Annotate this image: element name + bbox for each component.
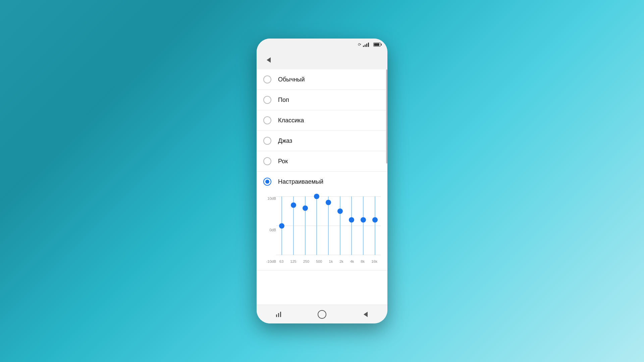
content-area: ОбычныйПопКлассикаДжазРокНастраиваемый 1… <box>257 69 387 305</box>
eq-xlabel-500: 500 <box>316 259 322 263</box>
recent-apps-icon <box>276 312 281 317</box>
radio-label-custom: Настраиваемый <box>278 178 323 185</box>
eq-band-8k[interactable] <box>358 196 369 255</box>
radio-label-normal: Обычный <box>278 76 305 83</box>
eq-dot-8k[interactable] <box>361 217 366 223</box>
eq-xlabel-250: 250 <box>303 259 309 263</box>
eq-dot-16k[interactable] <box>372 217 378 223</box>
home-icon <box>318 310 326 319</box>
radio-item-classic[interactable]: Классика <box>257 110 387 131</box>
toolbar <box>257 51 387 69</box>
eq-band-4k[interactable] <box>346 196 358 255</box>
radio-item-custom[interactable]: Настраиваемый <box>257 172 387 192</box>
eq-x-labels: 631252505001k2k4k8k16k <box>276 259 381 263</box>
radio-label-jazz: Джаз <box>278 137 292 144</box>
battery-icon <box>373 43 381 47</box>
eq-band-125[interactable] <box>288 196 300 255</box>
back-chevron-icon <box>267 57 271 63</box>
device-frame: ⟳ ОбычныйПопКлассикаДжазРокНастраиваемый <box>257 39 387 323</box>
radio-circle-custom <box>263 178 271 186</box>
eq-band-250[interactable] <box>299 196 311 255</box>
eq-xlabel-2k: 2k <box>339 259 343 263</box>
eq-band-2k[interactable] <box>334 196 346 255</box>
eq-bars-container <box>276 196 381 255</box>
radio-dot-custom <box>265 180 269 184</box>
eq-dot-500[interactable] <box>314 194 319 199</box>
radio-circle-classic <box>263 116 271 124</box>
eq-band-16k[interactable] <box>369 196 381 255</box>
eq-bar-line-500 <box>316 196 317 255</box>
recent-apps-button[interactable] <box>268 308 288 321</box>
sync-icon: ⟳ <box>358 42 361 47</box>
back-button[interactable] <box>262 54 274 66</box>
equalizer-section: 10dB 0dB -10dB 631252505001k2k4k8k16k <box>257 192 387 270</box>
eq-xlabel-4k: 4k <box>350 259 354 263</box>
eq-chart: 10dB 0dB -10dB 631252505001k2k4k8k16k <box>263 196 381 263</box>
eq-xlabel-16k: 16k <box>371 259 377 263</box>
eq-band-1k[interactable] <box>323 196 334 255</box>
status-icons: ⟳ <box>358 42 381 47</box>
eq-y-labels: 10dB 0dB -10dB <box>263 196 276 263</box>
eq-bar-line-4k <box>351 196 352 255</box>
eq-xlabel-63: 63 <box>279 259 283 263</box>
eq-bar-line-1k <box>328 196 329 255</box>
radio-item-jazz[interactable]: Джаз <box>257 131 387 151</box>
scroll-indicator <box>386 69 387 164</box>
back-nav-icon <box>364 312 368 317</box>
eq-xlabel-8k: 8k <box>361 259 365 263</box>
eq-xlabel-125: 125 <box>290 259 296 263</box>
radio-list: ОбычныйПопКлассикаДжазРокНастраиваемый <box>257 69 387 192</box>
radio-item-normal[interactable]: Обычный <box>257 69 387 90</box>
status-bar: ⟳ <box>257 39 387 51</box>
back-nav-button[interactable] <box>356 308 376 321</box>
radio-circle-normal <box>263 75 271 83</box>
eq-band-63[interactable] <box>276 196 288 255</box>
eq-xlabel-1k: 1k <box>329 259 333 263</box>
eq-dot-250[interactable] <box>303 205 308 211</box>
radio-item-rock[interactable]: Рок <box>257 151 387 172</box>
radio-circle-rock <box>263 157 271 165</box>
radio-circle-jazz <box>263 137 271 145</box>
eq-y-mid: 0dB <box>263 228 276 232</box>
eq-bar-line-2k <box>340 196 340 255</box>
radio-label-pop: Поп <box>278 97 289 104</box>
radio-item-pop[interactable]: Поп <box>257 90 387 110</box>
radio-circle-pop <box>263 96 271 104</box>
eq-dot-125[interactable] <box>291 202 296 208</box>
eq-dot-1k[interactable] <box>326 200 331 205</box>
nav-bar <box>257 305 387 323</box>
eq-dot-63[interactable] <box>279 223 284 229</box>
radio-label-rock: Рок <box>278 158 288 165</box>
signal-icon <box>363 42 369 47</box>
eq-bar-line-16k <box>375 196 375 255</box>
eq-dot-2k[interactable] <box>337 208 343 214</box>
eq-band-500[interactable] <box>311 196 323 255</box>
eq-y-top: 10dB <box>263 196 276 200</box>
home-button[interactable] <box>312 308 332 321</box>
radio-label-classic: Классика <box>278 117 304 124</box>
eq-bar-line-8k <box>363 196 364 255</box>
eq-dot-4k[interactable] <box>349 217 354 223</box>
eq-y-bot: -10dB <box>263 259 276 263</box>
